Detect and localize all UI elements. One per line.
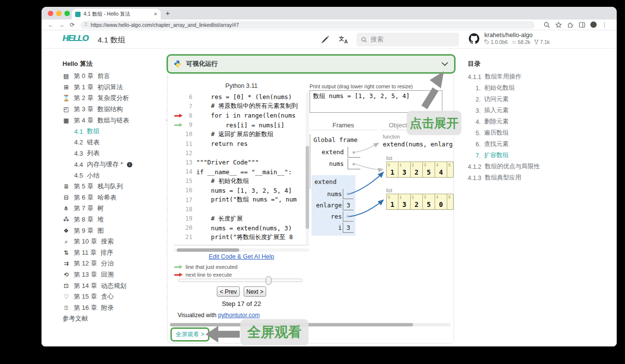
red-arrow-icon bbox=[174, 273, 183, 277]
theme-toggle-icon[interactable] bbox=[320, 35, 331, 44]
sidebar-item-references[interactable]: 参考文献 bbox=[62, 313, 172, 324]
toc-item[interactable]: 4.1.1数组常用操作 bbox=[468, 71, 565, 82]
cell-index: 4 bbox=[436, 195, 438, 200]
code-text: # 长度扩展 bbox=[196, 215, 243, 223]
sidebar-item[interactable]: ≣第 5 章栈与队列› bbox=[62, 181, 172, 192]
toc-item[interactable]: 2.访问元素 bbox=[468, 94, 565, 105]
browser-menu-icon[interactable]: ⋮ bbox=[602, 21, 607, 28]
toc-item[interactable]: 4.删除元素 bbox=[468, 116, 565, 127]
item-number: 第 12 章 bbox=[74, 259, 97, 268]
chapter-icon: ⋔ bbox=[62, 205, 70, 212]
toc-number: 3. bbox=[476, 107, 480, 114]
code-pane: 6 res = [0] * (len(nums)7 # 将原数组中的所有元素复制… bbox=[174, 92, 309, 245]
array-cell-clipped: 5 bbox=[447, 194, 454, 210]
code-line: 16 nums = [1, 3, 2, 5, 4] bbox=[174, 186, 309, 195]
item-label: 小结 bbox=[87, 171, 100, 180]
sidebar-item[interactable]: ⊡第 14 章动态规划› bbox=[62, 280, 172, 291]
toc-label: 删除元素 bbox=[484, 118, 508, 126]
sidebar-item[interactable]: ⌕第 10 章搜索› bbox=[62, 236, 172, 247]
chapter-icon: ⌕ bbox=[62, 238, 70, 245]
sidebar-item[interactable]: ⊟第 6 章哈希表› bbox=[62, 192, 172, 203]
item-number: 第 0 章 bbox=[74, 72, 93, 81]
side-panel-icon[interactable] bbox=[579, 21, 585, 28]
chapter-icon: ⊞ bbox=[62, 84, 70, 91]
toc-number: 4. bbox=[476, 119, 480, 125]
translate-icon[interactable]: 文 A bbox=[338, 35, 349, 44]
pythontutor-link[interactable]: pythontutor.com bbox=[218, 312, 260, 319]
forward-icon[interactable]: → bbox=[57, 21, 66, 28]
github-repo-card[interactable]: krahets/hello-algo 1.0.0b6 ☆ 58.2k 7.1k bbox=[468, 32, 550, 45]
code-line: 18 bbox=[174, 204, 309, 214]
chevron-down-icon[interactable] bbox=[441, 62, 448, 66]
sidebar-item[interactable]: 4.5小结 bbox=[62, 170, 172, 181]
zoom-icon[interactable] bbox=[543, 21, 550, 28]
prev-button[interactable]: < Prev bbox=[217, 286, 240, 297]
bookmark-star-icon[interactable] bbox=[555, 21, 562, 28]
cell-value: 1 bbox=[387, 201, 398, 208]
toc-item[interactable]: 1.初始化数组 bbox=[468, 82, 565, 94]
sidebar-item[interactable]: ◰第 3 章数据结构› bbox=[62, 104, 172, 115]
sidebar-item[interactable]: ⟲第 13 章回溯› bbox=[62, 269, 172, 281]
step-slider[interactable] bbox=[178, 279, 303, 282]
sidebar-item[interactable]: 4.2链表 bbox=[62, 137, 172, 148]
code-line: 13"""Driver Code""" bbox=[174, 158, 309, 167]
sidebar-item[interactable]: ⍰第 16 章附录› bbox=[62, 302, 172, 313]
new-tab-button[interactable]: + bbox=[166, 9, 170, 17]
code-horizontal-scrollbar[interactable] bbox=[174, 248, 309, 252]
code-vertical-scrollbar[interactable] bbox=[306, 92, 309, 245]
browser-tab[interactable]: 4.1 数组 - Hello 算法 × bbox=[72, 9, 161, 20]
traffic-light-zoom[interactable] bbox=[64, 11, 70, 16]
sidebar-item[interactable]: 4.4内存与缓存 *! bbox=[62, 159, 172, 170]
item-label: 回溯 bbox=[101, 270, 114, 279]
hello-algo-logo[interactable]: HELLO bbox=[62, 34, 88, 43]
toc-item[interactable]: 4.1.3数组典型应用 bbox=[468, 172, 565, 183]
repo-stats: 1.0.0b6 ☆ 58.2k 7.1k bbox=[484, 39, 550, 45]
step-counter: Step 17 of 22 bbox=[174, 300, 309, 307]
sidebar-item[interactable]: ⁂第 8 章堆› bbox=[62, 214, 172, 225]
code-line: 19 # 长度扩展 bbox=[174, 214, 309, 223]
sidebar-item[interactable]: ▤第 0 章前言› bbox=[62, 71, 172, 82]
visualizer-header[interactable]: 可视化运行 bbox=[167, 54, 456, 74]
sidebar-item[interactable]: ♡第 15 章贪心› bbox=[62, 291, 172, 303]
item-number: 第 8 章 bbox=[74, 215, 93, 224]
tab-title: 4.1 数组 - Hello 算法 bbox=[83, 11, 151, 18]
toc-item[interactable]: 4.1.2数组的优点与局限性 bbox=[468, 161, 565, 172]
traffic-light-close[interactable] bbox=[48, 11, 53, 16]
toc-item[interactable]: 6.查找元素 bbox=[468, 139, 565, 150]
sidebar-item[interactable]: ⇅第 11 章排序› bbox=[62, 247, 172, 259]
item-number: 4.5 bbox=[74, 172, 83, 179]
reload-icon[interactable]: ⟳ bbox=[68, 21, 77, 28]
extensions-icon[interactable] bbox=[567, 21, 574, 28]
toc-item[interactable]: 5.遍历数组 bbox=[468, 127, 565, 139]
repo-name: krahets/hello-algo bbox=[484, 32, 550, 39]
sidebar-item[interactable]: 4.3列表 bbox=[62, 148, 172, 159]
sidebar-item[interactable]: ⇉第 12 章分治› bbox=[62, 258, 172, 269]
traffic-light-minimize[interactable] bbox=[56, 11, 62, 16]
profile-avatar[interactable] bbox=[590, 21, 597, 28]
sidebar-item[interactable]: 4.1数组 bbox=[62, 126, 172, 137]
item-number: 第 10 章 bbox=[74, 237, 97, 246]
tab-close-icon[interactable]: × bbox=[154, 11, 157, 18]
chapter-icon: ⊟ bbox=[62, 194, 70, 201]
address-bar[interactable]: ⠭ https://www.hello-algo.com/chapter_arr… bbox=[81, 21, 535, 29]
fullscreen-callout: 全屏观看 bbox=[240, 319, 309, 345]
line-number: 19 bbox=[185, 215, 196, 222]
line-number: 13 bbox=[185, 159, 196, 166]
toc-item[interactable]: 7.扩容数组 bbox=[468, 150, 565, 161]
back-icon[interactable]: ← bbox=[46, 21, 55, 28]
sidebar-item[interactable]: ⋔第 7 章树› bbox=[62, 203, 172, 214]
page-title: 4.1 数组 bbox=[98, 35, 125, 45]
line-number: 9 bbox=[185, 121, 196, 128]
sidebar-item[interactable]: ⌛第 2 章复杂度分析› bbox=[62, 93, 172, 104]
sidebar-item[interactable]: ▦第 4 章数组与链表› bbox=[62, 115, 172, 126]
item-number: 第 1 章 bbox=[74, 83, 93, 92]
sidebar-item[interactable]: ❖第 9 章图› bbox=[62, 225, 172, 236]
site-info-icon[interactable]: ⠭ bbox=[84, 22, 88, 27]
toc-item[interactable]: 3.插入元素 bbox=[468, 105, 565, 116]
cell-index: 0 bbox=[388, 195, 390, 200]
search-input[interactable]: 搜索 bbox=[356, 33, 459, 46]
edit-code-link[interactable]: Edit Code & Get AI Help bbox=[174, 253, 309, 260]
next-button[interactable]: Next > bbox=[244, 286, 266, 297]
slider-handle[interactable] bbox=[266, 276, 271, 285]
sidebar-item[interactable]: ⊞第 1 章初识算法› bbox=[62, 82, 172, 93]
